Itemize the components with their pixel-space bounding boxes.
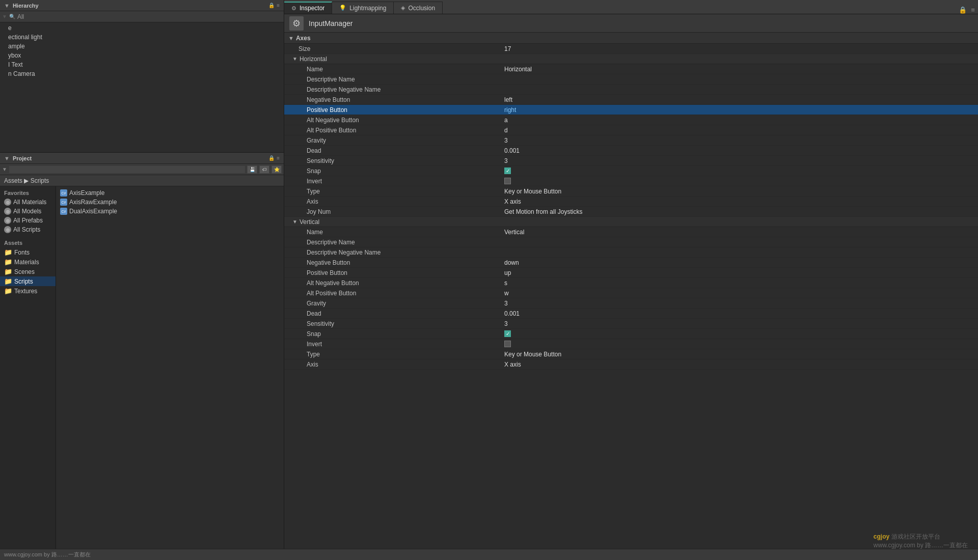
h-dead-value[interactable]: 0.001 xyxy=(502,147,978,154)
tab-occlusion[interactable]: ◈ Occlusion xyxy=(394,2,443,14)
project-star-btn[interactable]: ⭐ xyxy=(271,165,282,174)
h-joynum-row: Joy Num Get Motion from all Joysticks xyxy=(284,207,978,217)
script-item-axis-example[interactable]: C# AxisExample xyxy=(56,188,284,198)
inspector-tab-icon: ⚙ xyxy=(291,5,296,12)
favorite-all-prefabs[interactable]: ◎ All Prefabs xyxy=(0,216,56,225)
v-desc-neg-name-row: Descriptive Negative Name xyxy=(284,247,978,258)
h-gravity-label: Gravity xyxy=(288,137,502,144)
hierarchy-item[interactable]: n Camera xyxy=(0,69,284,78)
project-tag-btn[interactable]: 🏷 xyxy=(259,165,269,174)
h-snap-checkbox[interactable]: ✓ xyxy=(504,167,511,174)
inspector-lock-btn[interactable]: 🔒 xyxy=(958,6,968,14)
v-snap-checkbox[interactable]: ✓ xyxy=(504,330,511,337)
watermark-text: 游戏社区开放平台 xyxy=(891,533,940,540)
v-alt-neg-btn-value[interactable]: s xyxy=(502,279,978,287)
v-snap-label: Snap xyxy=(288,330,502,338)
project-save-btn[interactable]: 💾 xyxy=(247,165,257,174)
project-menu-icon[interactable]: ≡ xyxy=(277,155,280,161)
hierarchy-collapse-btn[interactable]: ▼ xyxy=(4,3,10,9)
project-title: Project xyxy=(13,155,32,161)
v-pos-btn-value[interactable]: up xyxy=(502,269,978,276)
asset-folder-materials[interactable]: 📁 Materials xyxy=(0,257,56,267)
h-gravity-value[interactable]: 3 xyxy=(502,137,978,144)
v-sensitivity-row: Sensitivity 3 xyxy=(284,319,978,329)
v-snap-value[interactable]: ✓ xyxy=(502,330,978,337)
asset-folder-fonts[interactable]: 📁 Fonts xyxy=(0,247,56,257)
h-neg-btn-value[interactable]: left xyxy=(502,96,978,103)
h-type-value[interactable]: Key or Mouse Button xyxy=(502,188,978,195)
h-joynum-value[interactable]: Get Motion from all Joysticks xyxy=(502,208,978,215)
v-desc-name-row: Descriptive Name xyxy=(284,237,978,247)
hierarchy-items-list: e ectional light ample ybox I Text n Cam… xyxy=(0,22,284,152)
h-invert-checkbox[interactable] xyxy=(504,178,511,184)
favorite-all-materials[interactable]: ◎ All Materials xyxy=(0,198,56,207)
v-gravity-label: Gravity xyxy=(288,300,502,307)
inspector-menu-btn[interactable]: ≡ xyxy=(968,6,978,14)
v-invert-value[interactable] xyxy=(502,341,978,347)
project-toolbar: ▼ 💾 🏷 ⭐ xyxy=(0,164,284,175)
watermark: cgjoy 游戏社区开放平台 www.cgjoy.com by 路……一直都在 xyxy=(874,533,968,550)
axes-section-header[interactable]: ▼ Axes xyxy=(284,33,978,44)
v-sensitivity-value[interactable]: 3 xyxy=(502,320,978,327)
favorite-all-models[interactable]: ◎ All Models xyxy=(0,207,56,216)
script-item-axis-raw-example[interactable]: C# AxisRawExample xyxy=(56,198,284,207)
hierarchy-item[interactable]: ample xyxy=(0,42,284,51)
h-alt-neg-btn-value[interactable]: a xyxy=(502,117,978,124)
v-invert-checkbox[interactable] xyxy=(504,341,511,347)
h-pos-btn-value[interactable]: right xyxy=(502,106,978,114)
script-icon: C# xyxy=(60,189,67,197)
vertical-subsection[interactable]: ▼ Vertical xyxy=(284,217,978,227)
hierarchy-title: Hierarchy xyxy=(13,3,39,9)
v-desc-neg-name-label: Descriptive Negative Name xyxy=(288,249,502,256)
horizontal-label: Horizontal xyxy=(300,55,327,63)
hierarchy-item[interactable]: ectional light xyxy=(0,33,284,42)
h-axis-value[interactable]: X axis xyxy=(502,198,978,205)
h-name-value[interactable]: Horizontal xyxy=(502,66,978,73)
assets-section-label: Assets xyxy=(0,238,56,247)
hierarchy-item[interactable]: ybox xyxy=(0,51,284,60)
v-axis-label: Axis xyxy=(288,361,502,368)
inspector-content[interactable]: ▼ Axes Size 17 ▼ Horizontal Name Horizon… xyxy=(284,33,978,549)
v-neg-btn-row: Negative Button down xyxy=(284,258,978,268)
search-dropdown-icon[interactable]: ▼ xyxy=(2,14,7,19)
h-joynum-label: Joy Num xyxy=(288,208,502,215)
tab-lightmapping[interactable]: 💡 Lightmapping xyxy=(332,2,394,14)
v-gravity-value[interactable]: 3 xyxy=(502,300,978,307)
breadcrumb: Assets ▶ Scripts xyxy=(0,175,284,186)
h-gravity-row: Gravity 3 xyxy=(284,135,978,146)
h-pos-btn-row[interactable]: Positive Button right xyxy=(284,105,978,115)
v-alt-pos-btn-value[interactable]: w xyxy=(502,290,978,297)
script-item-dual-axis-example[interactable]: C# DualAxisExample xyxy=(56,207,284,216)
v-axis-value[interactable]: X axis xyxy=(502,361,978,368)
hierarchy-item[interactable]: e xyxy=(0,23,284,33)
size-label: Size xyxy=(288,45,502,52)
tab-inspector[interactable]: ⚙ Inspector xyxy=(284,2,332,14)
favorite-all-scripts[interactable]: ◎ All Scripts xyxy=(0,225,56,234)
component-icon: ⚙ xyxy=(289,16,304,31)
hierarchy-item[interactable]: I Text xyxy=(0,60,284,69)
asset-folder-textures[interactable]: 📁 Textures xyxy=(0,286,56,296)
v-name-value[interactable]: Vertical xyxy=(502,229,978,236)
breadcrumb-text[interactable]: Assets ▶ Scripts xyxy=(4,177,49,184)
h-snap-value[interactable]: ✓ xyxy=(502,167,978,174)
h-sensitivity-value[interactable]: 3 xyxy=(502,157,978,164)
inspector-panel: ⚙ Inspector 💡 Lightmapping ◈ Occlusion 🔒… xyxy=(284,0,978,549)
h-alt-pos-btn-value[interactable]: d xyxy=(502,127,978,134)
project-search-input[interactable] xyxy=(9,166,245,173)
horizontal-subsection[interactable]: ▼ Horizontal xyxy=(284,54,978,64)
occlusion-tab-icon: ◈ xyxy=(401,5,405,11)
asset-folder-scripts[interactable]: 📁 Scripts xyxy=(0,276,56,286)
v-neg-btn-value[interactable]: down xyxy=(502,259,978,266)
v-type-value[interactable]: Key or Mouse Button xyxy=(502,351,978,358)
h-desc-neg-name-row: Descriptive Negative Name xyxy=(284,85,978,95)
v-dead-value[interactable]: 0.001 xyxy=(502,310,978,317)
asset-folder-scenes[interactable]: 📁 Scenes xyxy=(0,267,56,276)
project-collapse-btn[interactable]: ▼ xyxy=(4,155,10,161)
h-invert-value[interactable] xyxy=(502,178,978,184)
hierarchy-menu-icon[interactable]: ≡ xyxy=(277,3,280,8)
h-alt-neg-btn-row: Alt Negative Button a xyxy=(284,115,978,125)
size-value[interactable]: 17 xyxy=(502,45,978,52)
project-view-dropdown[interactable]: ▼ xyxy=(2,166,7,172)
v-alt-neg-btn-row: Alt Negative Button s xyxy=(284,278,978,288)
vertical-label: Vertical xyxy=(300,218,319,226)
